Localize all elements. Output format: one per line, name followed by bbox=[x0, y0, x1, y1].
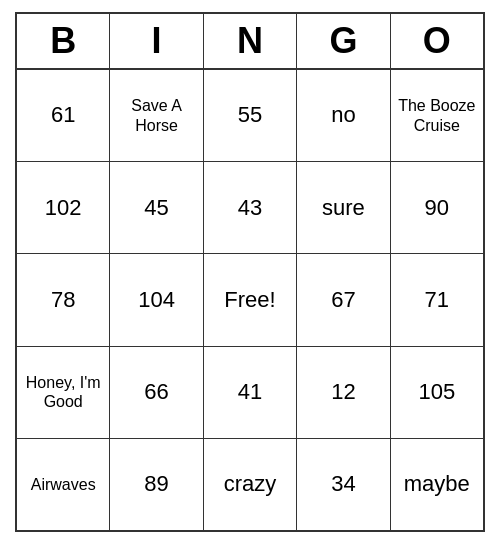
bingo-cell-2-1: 104 bbox=[110, 254, 203, 345]
bingo-cell-4-2: crazy bbox=[204, 439, 297, 530]
bingo-row-0: 61Save A Horse55noThe Booze Cruise bbox=[17, 70, 483, 162]
bingo-cell-1-2: 43 bbox=[204, 162, 297, 253]
bingo-cell-2-3: 67 bbox=[297, 254, 390, 345]
bingo-row-3: Honey, I'm Good664112105 bbox=[17, 347, 483, 439]
header-letter-O: O bbox=[391, 14, 483, 68]
bingo-cell-3-4: 105 bbox=[391, 347, 483, 438]
bingo-body: 61Save A Horse55noThe Booze Cruise102454… bbox=[17, 70, 483, 530]
bingo-cell-0-2: 55 bbox=[204, 70, 297, 161]
bingo-cell-1-4: 90 bbox=[391, 162, 483, 253]
bingo-cell-0-0: 61 bbox=[17, 70, 110, 161]
bingo-cell-1-1: 45 bbox=[110, 162, 203, 253]
bingo-row-2: 78104Free!6771 bbox=[17, 254, 483, 346]
bingo-cell-3-1: 66 bbox=[110, 347, 203, 438]
header-letter-G: G bbox=[297, 14, 390, 68]
bingo-row-4: Airwaves89crazy34maybe bbox=[17, 439, 483, 530]
bingo-cell-3-0: Honey, I'm Good bbox=[17, 347, 110, 438]
bingo-cell-1-3: sure bbox=[297, 162, 390, 253]
bingo-cell-1-0: 102 bbox=[17, 162, 110, 253]
bingo-cell-0-1: Save A Horse bbox=[110, 70, 203, 161]
bingo-cell-2-2: Free! bbox=[204, 254, 297, 345]
bingo-card: BINGO 61Save A Horse55noThe Booze Cruise… bbox=[15, 12, 485, 532]
bingo-cell-4-4: maybe bbox=[391, 439, 483, 530]
bingo-header: BINGO bbox=[17, 14, 483, 70]
bingo-row-1: 1024543sure90 bbox=[17, 162, 483, 254]
bingo-cell-2-4: 71 bbox=[391, 254, 483, 345]
bingo-cell-3-3: 12 bbox=[297, 347, 390, 438]
header-letter-I: I bbox=[110, 14, 203, 68]
bingo-cell-3-2: 41 bbox=[204, 347, 297, 438]
bingo-cell-4-3: 34 bbox=[297, 439, 390, 530]
bingo-cell-4-0: Airwaves bbox=[17, 439, 110, 530]
header-letter-N: N bbox=[204, 14, 297, 68]
bingo-cell-0-4: The Booze Cruise bbox=[391, 70, 483, 161]
bingo-cell-0-3: no bbox=[297, 70, 390, 161]
bingo-cell-4-1: 89 bbox=[110, 439, 203, 530]
header-letter-B: B bbox=[17, 14, 110, 68]
bingo-cell-2-0: 78 bbox=[17, 254, 110, 345]
